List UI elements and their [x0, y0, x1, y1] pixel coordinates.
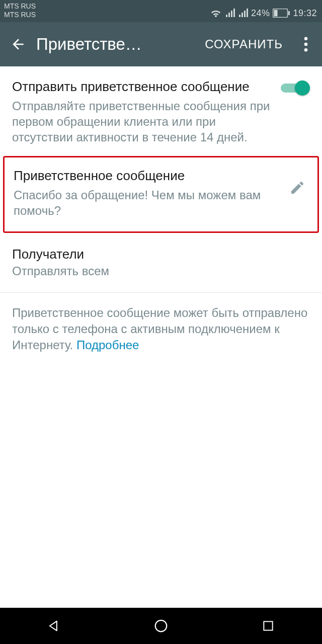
signal-1-icon — [225, 8, 235, 18]
battery-percentage: 24% — [251, 8, 270, 19]
send-greeting-switch[interactable] — [281, 80, 310, 95]
overflow-menu-button[interactable] — [294, 30, 318, 58]
battery-icon — [273, 9, 290, 18]
carrier-labels: MTS RUS MTS RUS — [4, 2, 36, 19]
svg-rect-1 — [274, 10, 278, 17]
svg-point-4 — [304, 43, 308, 46]
svg-point-3 — [304, 37, 308, 41]
edit-greeting-button[interactable] — [286, 177, 308, 199]
nav-back-button[interactable] — [24, 608, 84, 644]
navigation-bar — [0, 608, 322, 644]
greeting-message-body: Спасибо за обращение! Чем мы можем вам п… — [14, 187, 280, 218]
save-button[interactable]: СОХРАНИТЬ — [198, 37, 290, 51]
app-bar: Приветстве… СОХРАНИТЬ — [0, 22, 322, 66]
footer-note-text: Приветственное сообщение может быть отпр… — [12, 306, 307, 352]
carrier-2: MTS RUS — [4, 11, 36, 19]
svg-point-5 — [304, 48, 308, 52]
carrier-1: MTS RUS — [4, 2, 36, 11]
square-icon — [262, 619, 275, 632]
svg-rect-2 — [288, 11, 290, 15]
svg-rect-7 — [264, 621, 273, 630]
pencil-icon — [289, 180, 305, 196]
recipients-title: Получатели — [12, 246, 310, 263]
back-button[interactable] — [4, 30, 32, 58]
nav-recent-button[interactable] — [238, 608, 298, 644]
circle-icon — [153, 618, 169, 633]
signal-2-icon — [238, 8, 248, 18]
recipients-row[interactable]: Получатели Отправлять всем — [0, 238, 322, 292]
svg-point-6 — [155, 620, 167, 632]
clock: 19:32 — [293, 8, 317, 19]
send-greeting-toggle-section: Отправить приветственное сообщение Отпра… — [0, 66, 322, 155]
triangle-left-icon — [47, 619, 61, 633]
send-greeting-description: Отправляйте приветственные сообщения при… — [12, 98, 275, 145]
learn-more-link[interactable]: Подробнее — [76, 338, 139, 352]
status-bar: MTS RUS MTS RUS 24% 19:32 — [0, 0, 322, 22]
arrow-left-icon — [10, 36, 26, 52]
greeting-message-row[interactable]: Приветственное сообщение Спасибо за обра… — [3, 156, 319, 233]
nav-home-button[interactable] — [131, 608, 191, 644]
wifi-icon — [210, 8, 222, 18]
more-vert-icon — [304, 37, 308, 52]
greeting-message-title: Приветственное сообщение — [14, 168, 280, 184]
page-title: Приветстве… — [36, 35, 194, 54]
send-greeting-title: Отправить приветственное сообщение — [12, 78, 275, 95]
recipients-value: Отправлять всем — [12, 263, 310, 279]
footer-note: Приветственное сообщение может быть отпр… — [0, 293, 322, 366]
